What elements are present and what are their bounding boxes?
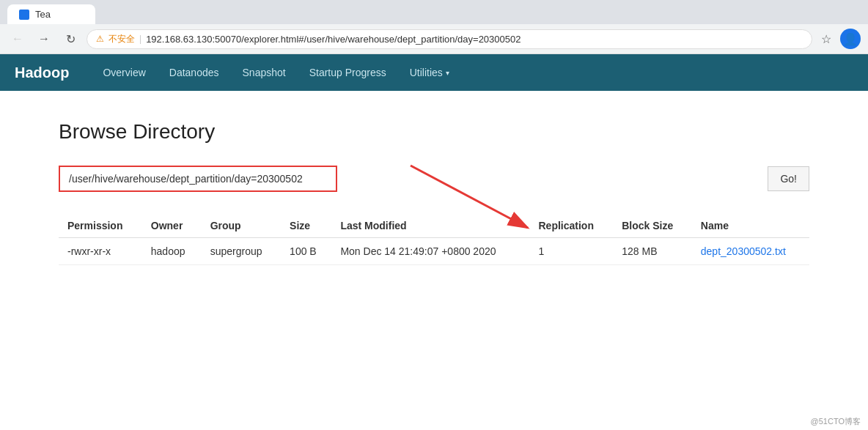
address-bar-wrapper: ⚠ 不安全 | — [87, 29, 812, 49]
browser-tabs: Tea — [0, 0, 868, 24]
bookmark-star[interactable]: ☆ — [818, 29, 834, 49]
tab-label: Tea — [35, 9, 51, 20]
security-icon: ⚠ — [96, 34, 104, 44]
path-input[interactable] — [59, 166, 337, 192]
nav-datanodes[interactable]: Datanodes — [158, 56, 231, 89]
utilities-dropdown-arrow: ▾ — [446, 69, 449, 77]
cell-size: 100 B — [281, 238, 331, 265]
page-footer: Hadoop, 2018. — [0, 420, 868, 430]
back-button[interactable]: ← — [7, 29, 28, 49]
file-table: Permission Owner Group Size Last Modifie… — [59, 214, 809, 265]
forward-button[interactable]: → — [34, 29, 54, 49]
table-row: -rwxr-xr-x hadoop supergroup 100 B Mon D… — [59, 238, 809, 265]
security-label: 不安全 — [108, 33, 135, 45]
col-size: Size — [281, 214, 331, 238]
page-title: Browse Directory — [59, 120, 809, 144]
col-replication: Replication — [529, 214, 613, 238]
cell-permission: -rwxr-xr-x — [59, 238, 142, 265]
col-group: Group — [202, 214, 281, 238]
watermark: @51CTO博客 — [811, 416, 861, 427]
address-input[interactable] — [146, 34, 803, 45]
cell-replication: 1 — [529, 238, 613, 265]
tab-favicon — [19, 10, 29, 20]
separator: | — [139, 34, 141, 44]
cell-owner: hadoop — [142, 238, 202, 265]
browser-controls: ← → ↻ ⚠ 不安全 | ☆ 👤 — [0, 24, 868, 53]
cell-last-modified: Mon Dec 14 21:49:07 +0800 2020 — [331, 238, 529, 265]
main-content: Browse Directory Go! Permission Owner Gr… — [0, 91, 868, 420]
path-section: Go! — [59, 166, 809, 192]
path-input-wrapper: Go! — [59, 166, 809, 192]
active-tab[interactable]: Tea — [7, 4, 95, 24]
hadoop-navbar: Hadoop Overview Datanodes Snapshot Start… — [0, 54, 868, 91]
browser-chrome: Tea ← → ↻ ⚠ 不安全 | ☆ 👤 — [0, 0, 868, 54]
hadoop-brand: Hadoop — [15, 64, 69, 81]
table-body: -rwxr-xr-x hadoop supergroup 100 B Mon D… — [59, 238, 809, 265]
reload-button[interactable]: ↻ — [60, 29, 81, 49]
go-button[interactable]: Go! — [768, 166, 809, 191]
col-permission: Permission — [59, 214, 142, 238]
col-block-size: Block Size — [613, 214, 692, 238]
col-last-modified: Last Modified — [331, 214, 529, 238]
header-row: Permission Owner Group Size Last Modifie… — [59, 214, 809, 238]
profile-button[interactable]: 👤 — [840, 29, 861, 49]
nav-snapshot[interactable]: Snapshot — [231, 56, 298, 89]
nav-links: Overview Datanodes Snapshot Startup Prog… — [91, 56, 460, 89]
nav-startup-progress[interactable]: Startup Progress — [298, 56, 398, 89]
file-link[interactable]: dept_20300502.txt — [701, 245, 786, 257]
cell-name[interactable]: dept_20300502.txt — [692, 238, 809, 265]
col-name: Name — [692, 214, 809, 238]
nav-overview[interactable]: Overview — [91, 56, 157, 89]
nav-utilities[interactable]: Utilities ▾ — [398, 56, 461, 89]
cell-group: supergroup — [202, 238, 281, 265]
col-owner: Owner — [142, 214, 202, 238]
cell-block-size: 128 MB — [613, 238, 692, 265]
table-header: Permission Owner Group Size Last Modifie… — [59, 214, 809, 238]
